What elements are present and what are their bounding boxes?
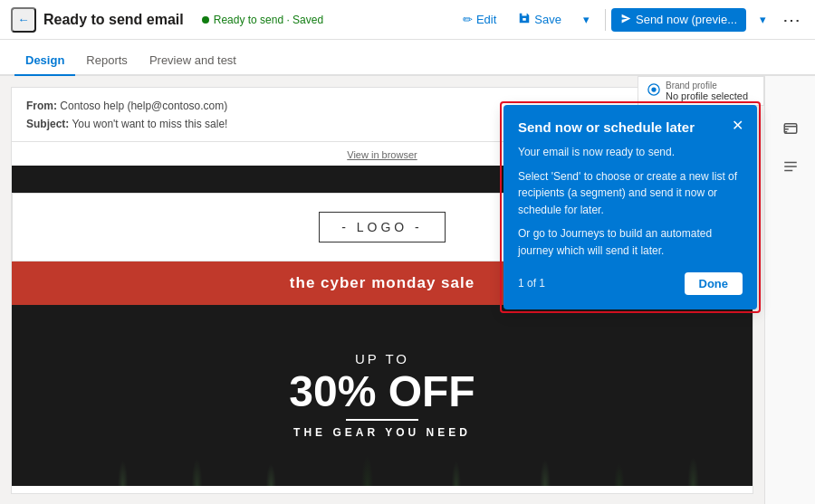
- popup-close-button[interactable]: ✕: [726, 114, 748, 136]
- popup-counter: 1 of 1: [518, 277, 545, 290]
- page-title: Ready to send email: [43, 12, 184, 28]
- popup-body-3: Or go to Journeys to build an automated …: [518, 225, 743, 259]
- more-icon: ⋯: [782, 9, 801, 31]
- email-promo-section: UP TO 30% OFF THE GEAR YOU NEED: [12, 305, 753, 486]
- tab-reports[interactable]: Reports: [75, 46, 139, 76]
- save-chevron-button[interactable]: ▾: [574, 7, 599, 33]
- main-content: From: Contoso help (help@contoso.com) Su…: [0, 76, 815, 504]
- brand-profile-label: Brand profile: [666, 81, 748, 90]
- promo-text: UP TO 30% OFF THE GEAR YOU NEED: [289, 351, 475, 439]
- popup-done-button[interactable]: Done: [685, 272, 743, 295]
- send-chevron-button[interactable]: ▾: [750, 7, 775, 33]
- send-button[interactable]: Send now (previe...: [611, 8, 746, 32]
- popup-body-1: Your email is now ready to send.: [518, 144, 743, 161]
- save-button[interactable]: Save: [509, 7, 570, 32]
- tab-preview-and-test[interactable]: Preview and test: [139, 46, 247, 76]
- popup-footer: 1 of 1 Done: [518, 272, 743, 295]
- svg-point-1: [651, 87, 656, 91]
- promo-divider: [346, 419, 418, 421]
- top-bar: ← Ready to send email Ready to send · Sa…: [0, 0, 815, 40]
- popup-title: Send now or schedule later: [518, 119, 743, 135]
- close-icon: ✕: [732, 117, 743, 134]
- toolbar-list-button[interactable]: [774, 150, 807, 183]
- brand-profile-info: Brand profile No profile selected: [666, 81, 748, 101]
- toolbar-divider: [605, 9, 606, 31]
- send-icon: [620, 13, 632, 27]
- tab-bar: Design Reports Preview and test: [0, 40, 815, 76]
- logo-box: - LOGO -: [319, 212, 446, 242]
- toolbar-users-button[interactable]: [774, 112, 807, 145]
- from-value: Contoso help (help@contoso.com): [60, 100, 227, 112]
- back-button[interactable]: ←: [11, 7, 36, 33]
- promo-percent: 30% OFF: [289, 370, 475, 414]
- subject-value: You won't want to miss this sale!: [72, 118, 227, 130]
- popup-container: ✕ Send now or schedule later Your email …: [500, 101, 761, 313]
- brand-profile-icon: [647, 83, 660, 99]
- chevron-down-icon: ▾: [583, 13, 590, 26]
- brand-profile-value: No profile selected: [666, 90, 748, 101]
- popup-body-2: Select 'Send' to choose or create a new …: [518, 168, 743, 219]
- popup-body: Your email is now ready to send. Select …: [518, 144, 743, 260]
- top-bar-actions: ✏ Edit Save ▾ Send now (previe... ▾: [454, 7, 804, 33]
- from-label: From:: [26, 100, 57, 112]
- save-icon: [518, 12, 531, 27]
- send-schedule-popup: ✕ Send now or schedule later Your email …: [503, 105, 757, 309]
- status-indicator: Ready to send · Saved: [202, 14, 323, 26]
- pencil-icon: ✏: [463, 13, 473, 26]
- tab-design[interactable]: Design: [14, 46, 75, 76]
- right-panel: Brand profile No profile selected: [764, 76, 815, 504]
- subject-label: Subject:: [26, 118, 69, 130]
- popup-highlight-border: ✕ Send now or schedule later Your email …: [500, 101, 761, 313]
- edit-button[interactable]: ✏ Edit: [454, 8, 505, 31]
- more-options-button[interactable]: ⋯: [779, 7, 804, 33]
- promo-upto: UP TO: [289, 351, 475, 366]
- send-chevron-icon: ▾: [760, 13, 766, 26]
- status-text: Ready to send · Saved: [214, 14, 323, 26]
- status-dot: [202, 16, 209, 24]
- back-icon: ←: [17, 13, 29, 26]
- promo-subtext: THE GEAR YOU NEED: [289, 426, 475, 439]
